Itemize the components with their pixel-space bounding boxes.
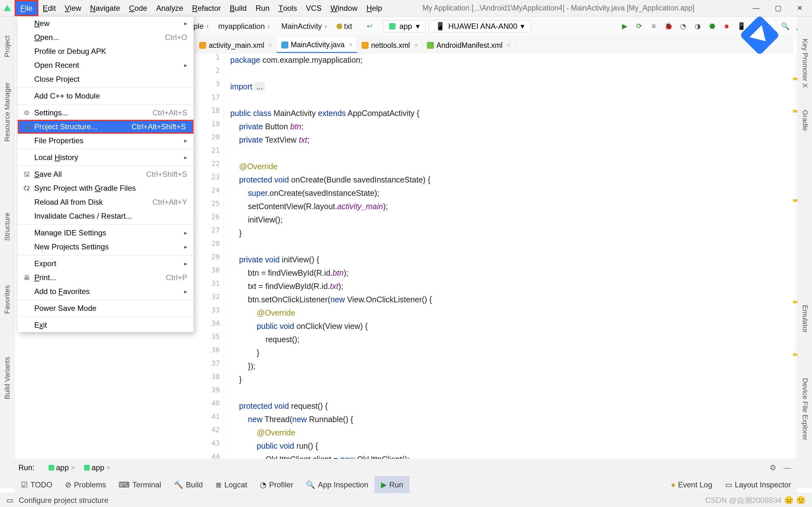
tool-app-inspection[interactable]: 🔍App Inspection [299,476,374,493]
line-number[interactable]: 32 [212,293,220,301]
menu-tools[interactable]: Tools [274,0,302,16]
tool-gradle[interactable]: Gradle [798,104,812,137]
code-line[interactable]: } [230,226,242,239]
file-menu-add-c-to-module[interactable]: Add C++ to Module [18,89,194,103]
close-icon[interactable]: ✕ [797,4,803,12]
menu-refactor[interactable]: Refactor [188,0,225,16]
breadcrumb-item[interactable]: ple [190,21,212,32]
attach-icon[interactable]: ⬣ [707,21,717,31]
line-number[interactable]: 3 [216,80,220,88]
code-line[interactable]: btn = findViewById(R.id.btn); [230,266,349,279]
code-line[interactable]: protected void request() { [230,399,328,412]
tool-key-promoter[interactable]: Key Promoter X [798,32,812,94]
menu-window[interactable]: Window [326,0,362,16]
close-icon[interactable]: × [267,42,272,49]
error-stripe[interactable] [793,53,798,459]
breadcrumb-item[interactable]: myapplication [215,21,274,32]
code-line[interactable]: @Override [230,306,295,320]
line-number[interactable]: 24 [212,186,220,194]
file-menu-reload-all-from-disk[interactable]: Reload All from DiskCtrl+Alt+Y [18,195,194,209]
line-number[interactable]: 33 [212,306,220,314]
menu-code[interactable]: Code [125,0,152,16]
line-number[interactable]: 36 [212,346,220,354]
editor-tab[interactable]: nettools.xml× [357,38,422,53]
line-number[interactable]: 26 [212,213,220,221]
code-line[interactable]: package com.example.myapplication; [230,53,362,66]
run-tab[interactable]: app× [44,463,80,472]
line-number[interactable]: 27 [212,226,220,234]
code-line[interactable]: private TextView txt; [230,133,309,147]
file-menu-sync-project-with-gradle-files[interactable]: 🗘Sync Project with Gradle Files [18,181,194,195]
file-menu-exit[interactable]: Exit [18,318,194,332]
line-number[interactable]: 38 [212,373,220,381]
line-number[interactable]: 17 [212,93,220,101]
coverage-icon[interactable]: ◑ [693,21,702,31]
close-icon[interactable]: × [71,463,75,472]
code-line[interactable]: private void initView() { [230,253,319,266]
file-menu-open-[interactable]: Open...Ctrl+O [18,31,194,44]
code-line[interactable]: @Override [230,426,295,439]
tool-profiler[interactable]: ◔Profiler [253,476,299,493]
file-menu-print-[interactable]: 🖶Print...Ctrl+P [18,271,194,285]
tool-build-variants[interactable]: Build Variants [0,350,14,406]
code-line[interactable]: public void run() { [230,439,318,452]
line-number[interactable]: 43 [212,439,220,447]
tool-structure[interactable]: Structure [0,206,14,247]
gear-icon[interactable]: ⚙ [769,463,776,472]
line-number[interactable]: 1 [216,53,220,61]
line-number[interactable]: 35 [212,333,220,341]
tool-device-explorer[interactable]: Device File Explorer [798,372,812,447]
code-line[interactable]: initView(); [230,213,283,226]
file-menu-manage-ide-settings[interactable]: Manage IDE Settings▸ [18,226,194,240]
editor[interactable]: package com.example.myapplication;import… [230,53,793,471]
apply-changes-icon[interactable]: ⟳ [635,21,644,31]
back-icon[interactable]: ↩ [365,21,374,31]
menu-help[interactable]: Help [362,0,386,16]
stop-icon[interactable]: ■ [722,21,731,31]
tool-favorites[interactable]: Favorites [0,279,14,320]
file-menu-invalidate-caches-restart-[interactable]: Invalidate Caches / Restart... [18,209,194,223]
minimize-icon[interactable]: — [753,4,760,12]
code-line[interactable]: public class MainActivity extends AppCom… [230,107,419,120]
code-line[interactable]: }); [230,359,255,373]
code-line[interactable]: } [230,346,259,359]
line-number[interactable]: 34 [212,320,220,327]
line-number[interactable]: 42 [212,426,220,434]
line-number[interactable]: 19 [212,120,220,128]
line-number[interactable]: 40 [212,399,220,407]
file-menu-add-to-favorites[interactable]: Add to Favorites▸ [18,285,194,298]
debug-icon[interactable]: 🐞 [664,21,673,31]
code-line[interactable]: } [230,373,242,386]
code-line[interactable]: new Thread(new Runnable() { [230,412,353,426]
menu-vcs[interactable]: VCS [301,0,326,16]
line-number[interactable]: 30 [212,266,220,274]
menu-view[interactable]: View [60,0,86,16]
profile-icon[interactable]: ◔ [678,21,688,31]
close-icon[interactable]: × [106,463,111,472]
editor-gutter[interactable]: 1231718192021222324252627282930313233343… [195,53,224,471]
line-number[interactable]: 20 [212,133,220,141]
code-line[interactable]: setContentView(R.layout.activity_main); [230,200,388,213]
tool-project[interactable]: Project [0,29,14,63]
line-number[interactable]: 2 [216,66,220,74]
line-number[interactable]: 29 [212,253,220,261]
breadcrumb-item[interactable]: MainActivity [276,21,331,32]
code-line[interactable]: protected void onCreate(Bundle savedInst… [230,173,430,186]
close-icon[interactable]: × [347,42,352,48]
file-menu-new[interactable]: New▸ [18,16,194,31]
hide-icon[interactable]: — [783,463,791,472]
maximize-icon[interactable]: ▢ [775,4,781,12]
line-number[interactable]: 31 [212,279,220,287]
file-menu-new-projects-settings[interactable]: New Projects Settings▸ [18,240,194,254]
code-line[interactable]: import ... [230,80,265,93]
line-number[interactable]: 28 [212,239,220,247]
line-number[interactable]: 25 [212,200,220,208]
line-number[interactable]: 23 [212,173,220,181]
editor-tab[interactable]: AndroidManifest.xml× [422,38,515,53]
tool-layout-inspector[interactable]: ▭Layout Inspector [719,481,798,489]
menu-file[interactable]: File [14,0,38,16]
tool-run[interactable]: ▶Run [374,476,409,493]
file-menu-profile-or-debug-apk[interactable]: Profile or Debug APK [18,44,194,58]
line-number[interactable]: 22 [212,160,220,168]
search-icon[interactable]: 🔍 [780,21,790,31]
